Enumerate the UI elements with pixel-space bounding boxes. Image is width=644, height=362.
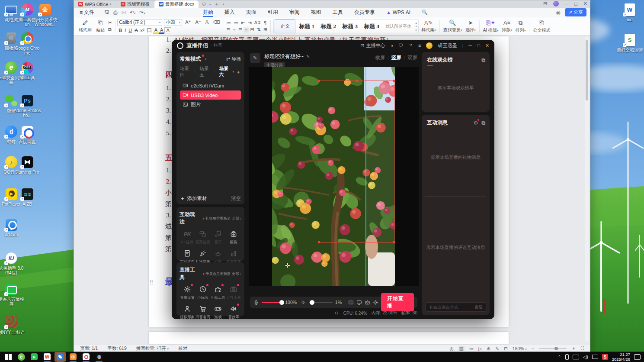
tool-直播设置[interactable]: 直播设置 (179, 285, 195, 301)
borders-icon[interactable]: ⊞ (262, 27, 269, 32)
tool-小玩法[interactable]: 小玩法 (195, 285, 211, 301)
shrink-font-icon[interactable]: A⁻ (194, 19, 202, 25)
zoom-level[interactable]: 180% ▾ (513, 346, 527, 351)
font-size-select[interactable]: 小四▾ (164, 19, 182, 26)
minimize-button[interactable]: ─ (468, 43, 472, 48)
main-menu-icon[interactable]: ≡ (418, 43, 421, 48)
layout-switch-icon[interactable]: ⊟ (543, 1, 547, 6)
add-material-button[interactable]: ＋添加素材 (180, 195, 207, 202)
360-tray-icon[interactable]: S (602, 354, 608, 360)
tab-template-doc[interactable]: D 找靓壳模板 (116, 0, 155, 8)
print-icon[interactable]: ⎙ (113, 10, 118, 16)
tool-互动工具[interactable]: 互动工具 (211, 285, 226, 301)
popout-icon[interactable]: ⧉ (481, 57, 485, 63)
orientation-tab-双屏[interactable]: 双屏 (407, 55, 417, 61)
room-title[interactable]: 标题还没有想好~ (264, 53, 304, 60)
desktop-icon-screen-cast[interactable]: ↗爱奇艺万能投屏 (0, 282, 25, 307)
format-painter-button[interactable]: 🖉 格式刷 (77, 18, 94, 34)
style-标题 4[interactable]: 标题 4 (361, 19, 382, 33)
arrange-button[interactable]: ⧉ 排列▾ (514, 18, 528, 34)
user-avatar[interactable] (426, 42, 433, 49)
edit-mode-icon[interactable]: ✎ (495, 346, 499, 351)
ai-layout-button[interactable]: ⎘✦ AI 排版▾ (481, 18, 500, 34)
video-preview-area[interactable]: ✛ (249, 67, 419, 286)
scene-tab-场景四[interactable]: 场景四 (180, 66, 192, 78)
message-settings-gear-icon[interactable]: ⚙ (474, 120, 478, 126)
scene-tab-场景五[interactable]: 场景五 (199, 66, 211, 78)
superscript-icon[interactable]: x² (139, 28, 146, 33)
menu-会员专享[interactable]: 会员专享 (349, 8, 381, 17)
phonetic-icon[interactable]: 囗 (146, 27, 153, 34)
taskbar-app-wps-office[interactable]: W (42, 352, 53, 362)
source-item-e2eSoft iVCam[interactable]: e2eSoft iVCam (180, 81, 241, 90)
align-right-icon[interactable]: ≣ (237, 27, 244, 32)
line-spacing-icon[interactable]: ⇅ (256, 27, 262, 32)
spellcheck-status[interactable]: 拼写检查: 打开 ▾ (136, 346, 169, 352)
new-tab-button[interactable]: ＋ (214, 0, 219, 8)
taskbar-app-obs-live[interactable] (80, 352, 92, 362)
taskbar-app-camera-app[interactable] (67, 352, 79, 362)
desktop-icon-ivcam[interactable]: ↗iVCam (0, 218, 25, 237)
cast-tray-icon[interactable] (592, 355, 598, 359)
web-view-icon[interactable]: ⊕ (487, 346, 490, 351)
menu-视图[interactable]: 视图 (305, 8, 327, 17)
zoom-slider[interactable] (539, 348, 567, 349)
source-selection-rect[interactable] (319, 81, 394, 242)
document-page-next[interactable] (149, 332, 509, 344)
settings-gear-icon[interactable] (373, 300, 378, 305)
member-update-notice[interactable]: 专属会员更新至 全部› (203, 271, 241, 276)
scene-tab-场景六[interactable]: 场景六 (219, 66, 231, 78)
theme-toggle-icon[interactable]: ◑ (390, 43, 393, 48)
send-button[interactable]: 发送 (474, 304, 483, 310)
mic-volume-slider[interactable] (262, 302, 282, 303)
number-list-icon[interactable]: ≕ (232, 20, 240, 26)
scrollbar-thumb[interactable] (586, 40, 588, 100)
cut-icon[interactable]: ✂ (107, 20, 113, 26)
speaker-volume-slider[interactable] (309, 302, 333, 303)
file-menu[interactable]: ≡ 文件 (74, 8, 100, 17)
mode-chevron-icon[interactable]: ▾ (205, 58, 207, 61)
preview-icon[interactable]: ⊡ (122, 10, 126, 16)
tray-expand-icon[interactable]: ⌃ (557, 355, 561, 359)
battery-icon[interactable] (565, 354, 569, 360)
menu-WPS AI[interactable]: ▲WPS AI (381, 8, 416, 17)
clear-format-icon[interactable]: ⌫ (212, 19, 221, 25)
close-button[interactable]: ✕ (485, 43, 489, 48)
start-live-button[interactable]: 开始直播 (381, 293, 414, 311)
source-item-USB3 Video[interactable]: USB3 Video (180, 90, 241, 100)
redo-icon[interactable]: ↷▾ (139, 10, 145, 16)
help-icon[interactable]: ？ (408, 42, 413, 49)
speaker-icon[interactable] (301, 300, 307, 305)
italic-icon[interactable]: I (123, 28, 127, 33)
style-标题 1[interactable]: 标题 1 (296, 19, 317, 33)
volume-icon[interactable]: ◁) (583, 354, 588, 360)
desktop-icon-member-system[interactable]: 会↗会员分发系统-Windows... (31, 3, 59, 27)
strikethrough-icon[interactable]: A (133, 28, 139, 33)
distribute-icon[interactable]: ⊟ (249, 27, 256, 32)
camera-icon[interactable] (365, 300, 370, 305)
add-scene-button[interactable]: ＋ (236, 68, 241, 76)
desktop-icon-aizb[interactable]: ≋≋↗AIZB (13, 187, 41, 207)
tool-人气王者[interactable]: 人气王者 (226, 285, 241, 301)
maximize-button[interactable]: □ (477, 43, 480, 48)
viewers-tab[interactable]: 在线观众榜 (427, 56, 453, 64)
outline-view-icon[interactable]: ≔ (469, 346, 474, 351)
orientation-tab-竖屏[interactable]: 竖屏 (391, 55, 401, 61)
style-正文[interactable]: 正文 (275, 19, 295, 33)
director-mode-button[interactable]: ⇄导播 (226, 56, 241, 62)
style-gallery-scroll[interactable]: ▲▼≡ (415, 21, 417, 32)
word-count[interactable]: 字数: 619 (107, 346, 126, 352)
style-标题 2[interactable]: 标题 2 (318, 19, 339, 33)
diagnose-icon[interactable] (334, 311, 339, 316)
char-scale-icon[interactable]: A⇕ (253, 20, 263, 26)
gov-doc-mode-button[interactable]: ⎗ 公文模式 (531, 18, 552, 34)
menu-页面[interactable]: 页面 (240, 8, 262, 17)
desktop-icon-chrome[interactable]: ↗Google Chrome (13, 31, 41, 55)
tool-虚拟形象[interactable]: 虚拟形象 (179, 304, 195, 320)
close-button[interactable]: ✕ (583, 1, 587, 6)
edit-title-box-icon[interactable]: ✎ (250, 53, 260, 63)
desktop-icon-jianying-pro[interactable]: ⧓↗Jianying Pro (13, 155, 41, 175)
tool-游戏[interactable]: 游戏 (211, 304, 226, 320)
paste-button[interactable]: ⎗ 粘贴 (94, 18, 107, 34)
copy-icon[interactable]: ⧉ (107, 27, 113, 32)
